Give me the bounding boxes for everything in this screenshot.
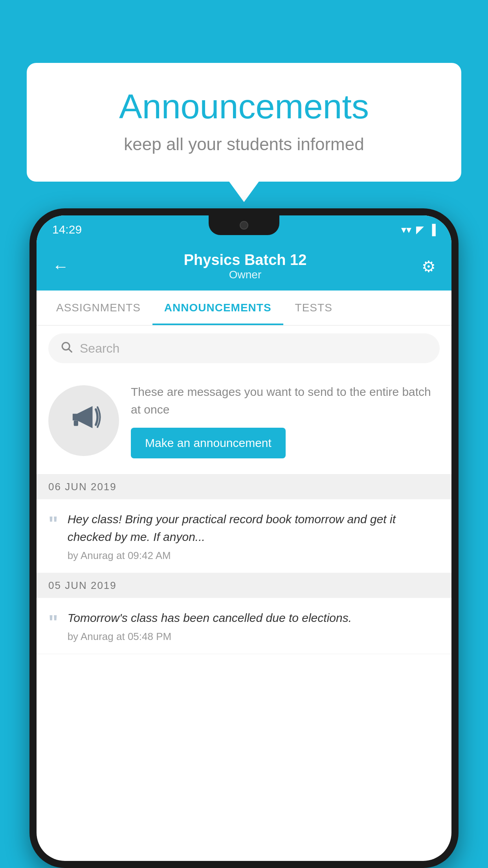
signal-icon: ◤ — [416, 224, 424, 236]
tab-assignments[interactable]: ASSIGNMENTS — [44, 291, 152, 325]
status-time: 14:29 — [52, 223, 82, 236]
battery-icon: ▐ — [429, 224, 436, 236]
phone-outer: 14:29 ▾▾ ◤ ▐ ← Physics Batch 12 Owner ⚙ — [29, 208, 459, 868]
announcement-item-2[interactable]: " Tomorrow's class has been cancelled du… — [37, 598, 451, 654]
speech-bubble: Announcements keep all your students inf… — [27, 63, 461, 182]
tab-tests[interactable]: TESTS — [283, 291, 344, 325]
promo-icon-circle — [48, 385, 119, 456]
search-container: Search — [37, 326, 451, 371]
notch — [209, 215, 279, 235]
svg-line-1 — [69, 349, 72, 352]
make-announcement-button[interactable]: Make an announcement — [131, 428, 286, 458]
tabs-bar: ASSIGNMENTS ANNOUNCEMENTS TESTS — [37, 291, 451, 326]
speech-bubble-subtitle: keep all your students informed — [58, 134, 430, 154]
settings-button[interactable]: ⚙ — [422, 257, 436, 276]
promo-content: These are messages you want to send to t… — [131, 383, 440, 458]
wifi-icon: ▾▾ — [401, 224, 411, 236]
phone-wrapper: 14:29 ▾▾ ◤ ▐ ← Physics Batch 12 Owner ⚙ — [29, 208, 459, 868]
speech-bubble-container: Announcements keep all your students inf… — [27, 63, 461, 182]
announcement-meta-1: by Anurag at 09:42 AM — [68, 550, 440, 562]
header-title: Physics Batch 12 — [184, 252, 307, 268]
tab-announcements[interactable]: ANNOUNCEMENTS — [152, 291, 283, 325]
search-box[interactable]: Search — [48, 333, 440, 363]
search-placeholder: Search — [80, 341, 119, 356]
phone-inner: 14:29 ▾▾ ◤ ▐ ← Physics Batch 12 Owner ⚙ — [37, 215, 451, 861]
quote-icon-1: " — [48, 512, 58, 535]
back-button[interactable]: ← — [52, 257, 69, 276]
search-icon — [60, 340, 73, 356]
date-divider-1: 06 JUN 2019 — [37, 474, 451, 499]
header-subtitle: Owner — [184, 268, 307, 281]
app-header: ← Physics Batch 12 Owner ⚙ — [37, 244, 451, 291]
speech-bubble-title: Announcements — [58, 86, 430, 127]
promo-card: These are messages you want to send to t… — [37, 371, 451, 474]
status-bar: 14:29 ▾▾ ◤ ▐ — [37, 215, 451, 244]
announcement-meta-2: by Anurag at 05:48 PM — [68, 631, 440, 643]
announcement-text-2: Tomorrow's class has been cancelled due … — [68, 609, 440, 627]
announcement-text-1: Hey class! Bring your practical record b… — [68, 510, 440, 546]
quote-icon-2: " — [48, 611, 58, 634]
announcement-item-1[interactable]: " Hey class! Bring your practical record… — [37, 499, 451, 573]
promo-description: These are messages you want to send to t… — [131, 383, 440, 418]
date-divider-2: 05 JUN 2019 — [37, 573, 451, 598]
megaphone-icon — [66, 399, 101, 442]
svg-rect-2 — [74, 420, 78, 426]
status-icons: ▾▾ ◤ ▐ — [401, 224, 436, 236]
header-center: Physics Batch 12 Owner — [184, 252, 307, 281]
announcement-content-1: Hey class! Bring your practical record b… — [68, 510, 440, 562]
notch-camera — [240, 221, 248, 230]
announcement-content-2: Tomorrow's class has been cancelled due … — [68, 609, 440, 643]
